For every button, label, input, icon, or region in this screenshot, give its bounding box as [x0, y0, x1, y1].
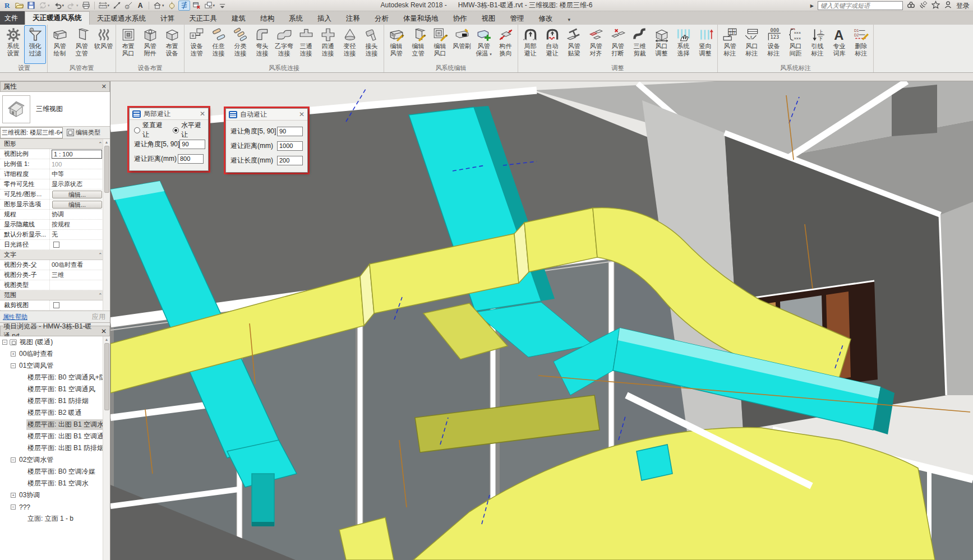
property-value[interactable]: 无 — [49, 230, 110, 239]
ribbon-button-component-reverse[interactable]: 构件换向 — [495, 25, 517, 64]
tab-ribbon-12[interactable]: 视图 — [474, 12, 503, 25]
ribbon-button-avoid-arch[interactable]: 局部避让 — [519, 25, 541, 64]
ribbon-button-duct-brush[interactable]: 风管刷 — [451, 25, 473, 64]
ribbon-button-duct-align[interactable]: 风管对齐 — [585, 25, 607, 64]
radio-水平避让[interactable]: 水平避让 — [173, 121, 204, 140]
scroll-up-icon[interactable]: ▲ — [105, 139, 109, 146]
ribbon-button-tag-grid[interactable]: 1234风管标注 — [719, 25, 741, 64]
communication-center-icon[interactable] — [919, 1, 928, 11]
property-value[interactable]: 按规程 — [49, 220, 110, 229]
signin-button[interactable]: 登录 — [956, 1, 970, 11]
tree-item[interactable]: +03协调 — [0, 489, 110, 501]
ribbon-button-equipment-cube[interactable]: 布置设备 — [161, 25, 183, 64]
ribbon-button-edit-diffuser[interactable]: 编辑风口 — [429, 25, 451, 64]
tree-item[interactable]: −立面: 立面 1 - b — [0, 513, 110, 525]
tree-item[interactable]: −视图 (暖通) — [0, 336, 110, 348]
properties-help-link[interactable]: 属性帮助 — [0, 313, 27, 321]
collapse-minus-icon[interactable]: − — [11, 363, 16, 368]
cyan-duct-small[interactable] — [637, 445, 672, 480]
dialog-close-icon[interactable]: ✕ — [200, 110, 205, 118]
property-section-文字[interactable]: 文字⌃⌃ — [0, 250, 110, 260]
favorites-star-icon[interactable] — [932, 1, 940, 11]
ribbon-button-duct-accessory[interactable]: 风管附件 — [139, 25, 161, 64]
qat-save-button[interactable] — [26, 1, 36, 11]
qat-default-3d-view-button[interactable]: ▾ — [152, 1, 165, 11]
ribbon-button-cross-fitting[interactable]: 四通连接 — [317, 25, 339, 64]
tab-ribbon-13[interactable]: 管理 — [503, 12, 532, 25]
tab-file[interactable]: 文件 — [0, 11, 25, 25]
edit-button[interactable]: 编辑... — [52, 191, 102, 198]
radio-竖直避让[interactable]: 竖直避让 — [134, 121, 165, 140]
ribbon-button-filter-funnel[interactable]: 强化过滤 — [24, 25, 46, 64]
type-selector-dropdown[interactable]: 三维视图: 楼层三维-6 ▾ — [0, 127, 63, 138]
dialog-close-icon[interactable]: ✕ — [299, 110, 305, 118]
tab-ribbon-11[interactable]: 协作 — [446, 12, 474, 25]
tree-item[interactable]: −01空调风管 — [0, 360, 110, 372]
properties-scrollbar[interactable]: ▲ — [103, 139, 110, 311]
tab-tianzheng-hvac-air[interactable]: 天正暖通风系统 — [25, 11, 90, 25]
qat-close-hidden-windows-button[interactable] — [191, 1, 202, 11]
tab-ribbon-10[interactable]: 体量和场地 — [396, 12, 446, 25]
qat-open-button[interactable] — [14, 1, 25, 11]
qat-synchronize-button[interactable]: ▾ — [38, 1, 51, 11]
drawing-area[interactable]: 局部避让 ✕ 竖直避让水平避让避让角度[5, 90]避让距离(mm) 自动避让 … — [110, 81, 973, 560]
edit-button[interactable]: 编辑... — [52, 201, 102, 209]
tree-item[interactable]: +00临时查看 — [0, 348, 110, 360]
ribbon-button-edit-duct[interactable]: 编辑风管 — [385, 25, 407, 64]
qat-thin-lines-button[interactable] — [178, 1, 190, 11]
ribbon-button-tag-spacing[interactable]: ××××××风口间距 — [785, 25, 806, 64]
tree-item[interactable]: −楼层平面: B0 空调通风+防 — [0, 372, 110, 383]
edit-type-button[interactable]: 编辑类型 — [64, 127, 103, 138]
field-input[interactable] — [179, 140, 205, 149]
qat-aligned-dimension-button[interactable] — [112, 1, 122, 11]
tree-item[interactable]: −楼层平面: 出图 B1 防排烟 — [0, 442, 110, 454]
ribbon-button-avoid-arch-auto[interactable]: 自动避让 — [541, 25, 563, 64]
property-value[interactable]: 协调 — [49, 210, 110, 219]
tab-ribbon-1[interactable]: 天正暖通水系统 — [90, 12, 154, 25]
qat-undo-button[interactable]: ▾ — [52, 1, 66, 11]
scroll-thumb[interactable] — [104, 146, 109, 193]
tree-item[interactable]: −02空调水管 — [0, 454, 110, 466]
property-value[interactable]: 三维 — [49, 270, 110, 280]
user-icon[interactable] — [944, 1, 952, 11]
tab-ribbon-9[interactable]: 分析 — [367, 12, 396, 25]
scroll-up-icon[interactable]: ▲ — [105, 336, 109, 343]
ribbon-button-reducer-cone[interactable]: 变径连接 — [339, 25, 361, 64]
qat-redo-button[interactable]: ▾ — [66, 1, 80, 11]
field-input[interactable] — [277, 141, 303, 151]
ribbon-button-vertical-adjust[interactable]: 竖向调整 — [694, 25, 716, 64]
ribbon-button-diffuser[interactable]: 布置风口 — [117, 25, 139, 64]
local-avoid-dialog[interactable]: 局部避让 ✕ 竖直避让水平避让避让角度[5, 90]避让距离(mm) — [129, 108, 209, 171]
property-value[interactable]: 中等 — [49, 169, 110, 179]
tree-item[interactable]: −楼层平面: B2 暖通 — [0, 407, 110, 419]
qat-customize-qat-button[interactable] — [217, 1, 228, 11]
expand-plus-icon[interactable]: + — [11, 493, 16, 498]
ribbon-button-tee[interactable]: 三通连接 — [295, 25, 317, 64]
project-browser-close-icon[interactable]: ✕ — [101, 327, 107, 335]
ribbon-button-clip-3d[interactable]: 三维剪裁 — [629, 25, 651, 64]
collapse-minus-icon[interactable]: − — [11, 457, 16, 462]
property-value[interactable]: 显示原状态 — [49, 179, 110, 189]
property-value-input[interactable]: 1 : 100 — [52, 150, 102, 159]
tab-ribbon-2[interactable]: 计算 — [153, 12, 182, 25]
ribbon-button-gear[interactable]: 系统设置 — [2, 25, 24, 64]
tab-ribbon-5[interactable]: 结构 — [253, 12, 282, 25]
field-input[interactable] — [277, 127, 303, 136]
ribbon-button-connect-any[interactable]: 任意连接 — [207, 25, 229, 64]
tree-item[interactable]: −楼层平面: 出图 B1 空调通 — [0, 431, 110, 442]
field-input[interactable] — [178, 154, 204, 164]
ribbon-button-tag-delete[interactable]: D1D2删除标注 — [850, 25, 872, 64]
dialog-titlebar[interactable]: 局部避让 ✕ — [130, 108, 208, 120]
ribbon-button-z-bend[interactable]: 乙字弯连接 — [273, 25, 295, 64]
property-checkbox[interactable] — [53, 302, 59, 308]
tab-ribbon-4[interactable]: 建筑 — [224, 12, 253, 25]
qat-revit-logo-button[interactable]: R — [2, 1, 13, 11]
ribbon-button-flex-duct[interactable]: 软风管 — [93, 25, 114, 64]
ribbon-button-duct-to-beam[interactable]: 风管贴梁 — [563, 25, 585, 64]
search-icon[interactable] — [907, 1, 915, 11]
ribbon-button-leader-tag[interactable]: 上下引线标注 — [806, 25, 828, 64]
ribbon-button-duct-riser[interactable]: 风管立管 — [71, 25, 93, 64]
tree-item[interactable]: −楼层平面: B1 空调通风 — [0, 383, 110, 395]
expand-plus-icon[interactable]: + — [11, 351, 16, 357]
property-value[interactable] — [49, 280, 110, 290]
